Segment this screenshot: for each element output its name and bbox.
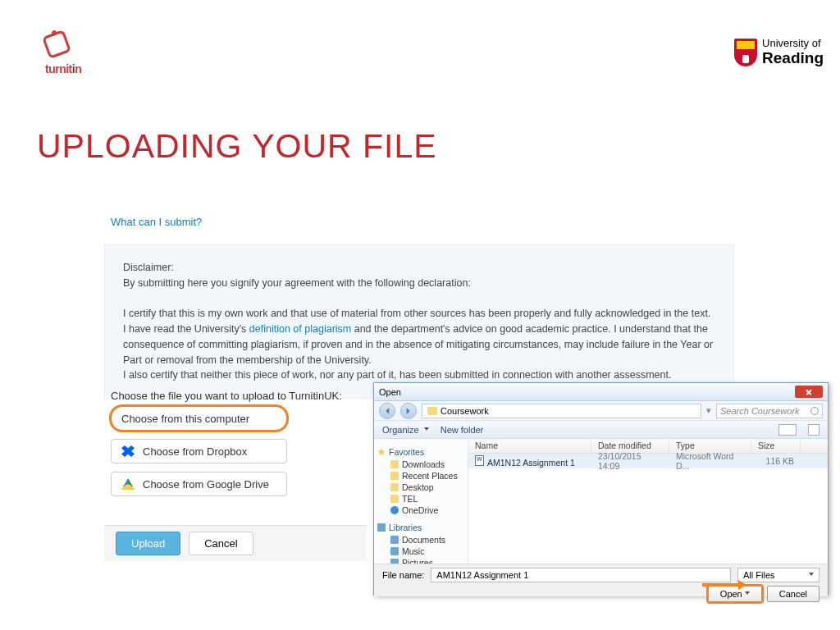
sidebar-music[interactable]: Music [377, 546, 464, 557]
organize-menu[interactable]: Organize [382, 425, 429, 435]
file-list: Name Date modified Type Size AM1N12 Assi… [468, 439, 828, 564]
nav-forward-button[interactable] [400, 403, 417, 419]
turnitin-logo: turnitin [45, 33, 81, 75]
search-placeholder: Search Coursework [720, 406, 800, 416]
folder-icon [390, 460, 399, 468]
action-bar: Upload Cancel [104, 525, 367, 561]
folder-icon [390, 483, 399, 491]
university-logo: University of Reading [734, 37, 824, 67]
upload-button[interactable]: Upload [116, 532, 180, 555]
sidebar-tel[interactable]: TEL [377, 493, 464, 504]
search-input[interactable]: Search Coursework [716, 404, 823, 418]
file-size: 116 KB [751, 456, 801, 466]
folder-icon [390, 495, 399, 503]
annotation-arrow [702, 580, 751, 590]
star-icon [377, 448, 386, 456]
sidebar-recent[interactable]: Recent Places [377, 470, 464, 482]
file-date: 23/10/2015 14:09 [591, 451, 669, 471]
cloud-icon [390, 506, 399, 514]
sidebar-libraries[interactable]: Libraries [377, 523, 464, 532]
file-row[interactable]: AM1N12 Assignment 1 23/10/2015 14:09 Mic… [468, 454, 828, 468]
uni-line1: University of [762, 37, 824, 49]
folder-icon [390, 547, 399, 555]
col-size[interactable]: Size [751, 439, 801, 453]
folder-icon [427, 407, 437, 415]
disclaimer-intro: By submitting here you signify your agre… [123, 276, 715, 291]
search-icon [810, 407, 819, 415]
folder-icon [390, 559, 399, 564]
disclaimer-p2: I also certify that neither this piece o… [123, 368, 715, 383]
folder-icon [390, 472, 399, 480]
view-options-button[interactable] [778, 424, 797, 436]
sidebar-pictures[interactable]: Pictures [377, 557, 464, 564]
dropbox-icon [121, 445, 135, 457]
page-title: UPLOADING YOUR FILE [37, 127, 437, 166]
turnitin-icon [42, 30, 71, 59]
file-name: AM1N12 Assignment 1 [487, 458, 575, 468]
file-type: Microsoft Word D... [669, 451, 751, 471]
choose-from-dropbox-button[interactable]: Choose from Dropbox [111, 439, 287, 463]
breadcrumb[interactable]: Coursework [422, 404, 701, 418]
plagiarism-link[interactable]: definition of plagiarism [249, 323, 351, 335]
dialog-cancel-button[interactable]: Cancel [767, 586, 819, 602]
file-open-dialog: Open Coursework ▾ Search Coursework Orga… [373, 382, 829, 596]
filename-input[interactable]: AM1N12 Assignment 1 [431, 568, 731, 582]
what-can-i-submit-link[interactable]: What can I submit? [111, 216, 202, 228]
disclaimer-heading: Disclaimer: [123, 260, 715, 276]
nav-back-button[interactable] [379, 403, 395, 419]
cancel-button[interactable]: Cancel [189, 532, 253, 555]
sidebar-downloads[interactable]: Downloads [377, 459, 464, 470]
dialog-titlebar: Open [374, 383, 828, 401]
close-icon[interactable] [795, 386, 823, 398]
choose-computer-label: Choose from this computer [121, 413, 249, 425]
choose-gdrive-label: Choose from Google Drive [143, 478, 269, 491]
new-folder-button[interactable]: New folder [441, 425, 484, 435]
shield-icon [734, 39, 757, 66]
word-doc-icon [475, 455, 484, 466]
help-button[interactable] [808, 424, 819, 436]
gdrive-icon [121, 478, 135, 490]
choose-from-computer-button[interactable]: Choose from this computer [111, 406, 287, 431]
sidebar-favorites[interactable]: Favorites [377, 447, 464, 457]
folder-icon [390, 536, 399, 544]
dialog-sidebar: Favorites Downloads Recent Places Deskto… [374, 439, 468, 564]
disclaimer-box: Disclaimer: By submitting here you signi… [104, 244, 734, 399]
filename-label: File name: [382, 570, 424, 580]
choose-from-gdrive-button[interactable]: Choose from Google Drive [111, 472, 287, 496]
choose-file-label: Choose the file you want to upload to Tu… [111, 390, 342, 402]
choose-dropbox-label: Choose from Dropbox [143, 445, 247, 458]
sidebar-onedrive[interactable]: OneDrive [377, 504, 464, 516]
sidebar-documents[interactable]: Documents [377, 534, 464, 546]
dialog-title: Open [379, 387, 401, 397]
col-name[interactable]: Name [468, 439, 591, 453]
breadcrumb-text: Coursework [441, 406, 489, 416]
sidebar-desktop[interactable]: Desktop [377, 482, 464, 493]
library-icon [377, 523, 386, 532]
uni-line2: Reading [762, 49, 824, 67]
